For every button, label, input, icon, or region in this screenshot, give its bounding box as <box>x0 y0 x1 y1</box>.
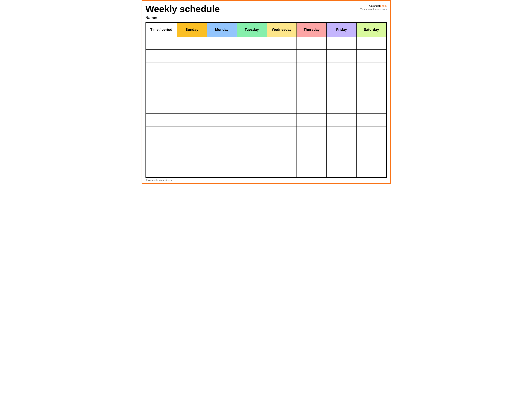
cell-time-row-0[interactable] <box>146 37 177 50</box>
cell-time-row-1[interactable] <box>146 50 177 62</box>
cell-tuesday-row-5[interactable] <box>237 101 267 113</box>
cell-friday-row-7[interactable] <box>327 126 356 139</box>
cell-tuesday-row-8[interactable] <box>237 139 267 152</box>
cell-monday-row-0[interactable] <box>207 37 237 50</box>
cell-wednesday-row-3[interactable] <box>267 75 297 88</box>
table-row[interactable] <box>146 62 387 75</box>
table-row[interactable] <box>146 37 387 50</box>
cell-thursday-row-4[interactable] <box>297 88 327 101</box>
cell-monday-row-5[interactable] <box>207 101 237 113</box>
cell-sunday-row-0[interactable] <box>177 37 207 50</box>
table-row[interactable] <box>146 139 387 152</box>
table-row[interactable] <box>146 113 387 126</box>
cell-saturday-row-5[interactable] <box>356 101 386 113</box>
cell-monday-row-8[interactable] <box>207 139 237 152</box>
cell-time-row-6[interactable] <box>146 113 177 126</box>
cell-friday-row-5[interactable] <box>327 101 356 113</box>
cell-wednesday-row-10[interactable] <box>267 165 297 178</box>
cell-friday-row-2[interactable] <box>327 62 356 75</box>
cell-wednesday-row-6[interactable] <box>267 113 297 126</box>
table-row[interactable] <box>146 165 387 178</box>
table-row[interactable] <box>146 88 387 101</box>
cell-thursday-row-3[interactable] <box>297 75 327 88</box>
name-label: Name: <box>145 16 360 20</box>
cell-tuesday-row-9[interactable] <box>237 152 267 165</box>
cell-wednesday-row-0[interactable] <box>267 37 297 50</box>
table-row[interactable] <box>146 75 387 88</box>
cell-thursday-row-0[interactable] <box>297 37 327 50</box>
cell-saturday-row-4[interactable] <box>356 88 386 101</box>
cell-monday-row-1[interactable] <box>207 50 237 62</box>
cell-sunday-row-3[interactable] <box>177 75 207 88</box>
cell-saturday-row-8[interactable] <box>356 139 386 152</box>
cell-wednesday-row-1[interactable] <box>267 50 297 62</box>
cell-thursday-row-1[interactable] <box>297 50 327 62</box>
cell-time-row-9[interactable] <box>146 152 177 165</box>
cell-sunday-row-1[interactable] <box>177 50 207 62</box>
cell-thursday-row-6[interactable] <box>297 113 327 126</box>
cell-monday-row-9[interactable] <box>207 152 237 165</box>
cell-saturday-row-6[interactable] <box>356 113 386 126</box>
cell-saturday-row-7[interactable] <box>356 126 386 139</box>
cell-saturday-row-9[interactable] <box>356 152 386 165</box>
cell-wednesday-row-5[interactable] <box>267 101 297 113</box>
cell-wednesday-row-9[interactable] <box>267 152 297 165</box>
cell-friday-row-8[interactable] <box>327 139 356 152</box>
table-row[interactable] <box>146 50 387 62</box>
cell-saturday-row-2[interactable] <box>356 62 386 75</box>
table-row[interactable] <box>146 101 387 113</box>
cell-wednesday-row-2[interactable] <box>267 62 297 75</box>
cell-friday-row-4[interactable] <box>327 88 356 101</box>
cell-wednesday-row-4[interactable] <box>267 88 297 101</box>
cell-monday-row-6[interactable] <box>207 113 237 126</box>
cell-friday-row-10[interactable] <box>327 165 356 178</box>
cell-friday-row-0[interactable] <box>327 37 356 50</box>
cell-thursday-row-5[interactable] <box>297 101 327 113</box>
cell-monday-row-7[interactable] <box>207 126 237 139</box>
table-row[interactable] <box>146 126 387 139</box>
cell-sunday-row-8[interactable] <box>177 139 207 152</box>
cell-saturday-row-1[interactable] <box>356 50 386 62</box>
cell-thursday-row-9[interactable] <box>297 152 327 165</box>
cell-wednesday-row-8[interactable] <box>267 139 297 152</box>
cell-tuesday-row-2[interactable] <box>237 62 267 75</box>
cell-saturday-row-3[interactable] <box>356 75 386 88</box>
cell-tuesday-row-7[interactable] <box>237 126 267 139</box>
cell-time-row-5[interactable] <box>146 101 177 113</box>
cell-friday-row-9[interactable] <box>327 152 356 165</box>
cell-tuesday-row-3[interactable] <box>237 75 267 88</box>
cell-monday-row-3[interactable] <box>207 75 237 88</box>
cell-sunday-row-5[interactable] <box>177 101 207 113</box>
cell-monday-row-10[interactable] <box>207 165 237 178</box>
cell-tuesday-row-1[interactable] <box>237 50 267 62</box>
cell-friday-row-1[interactable] <box>327 50 356 62</box>
cell-thursday-row-10[interactable] <box>297 165 327 178</box>
cell-time-row-10[interactable] <box>146 165 177 178</box>
cell-sunday-row-10[interactable] <box>177 165 207 178</box>
cell-time-row-7[interactable] <box>146 126 177 139</box>
cell-time-row-4[interactable] <box>146 88 177 101</box>
cell-friday-row-6[interactable] <box>327 113 356 126</box>
cell-thursday-row-2[interactable] <box>297 62 327 75</box>
cell-wednesday-row-7[interactable] <box>267 126 297 139</box>
cell-sunday-row-2[interactable] <box>177 62 207 75</box>
cell-sunday-row-7[interactable] <box>177 126 207 139</box>
cell-sunday-row-4[interactable] <box>177 88 207 101</box>
cell-thursday-row-7[interactable] <box>297 126 327 139</box>
cell-monday-row-4[interactable] <box>207 88 237 101</box>
cell-sunday-row-6[interactable] <box>177 113 207 126</box>
cell-tuesday-row-4[interactable] <box>237 88 267 101</box>
cell-saturday-row-0[interactable] <box>356 37 386 50</box>
cell-tuesday-row-6[interactable] <box>237 113 267 126</box>
cell-tuesday-row-0[interactable] <box>237 37 267 50</box>
cell-time-row-2[interactable] <box>146 62 177 75</box>
cell-time-row-3[interactable] <box>146 75 177 88</box>
table-row[interactable] <box>146 152 387 165</box>
cell-time-row-8[interactable] <box>146 139 177 152</box>
cell-sunday-row-9[interactable] <box>177 152 207 165</box>
cell-tuesday-row-10[interactable] <box>237 165 267 178</box>
cell-monday-row-2[interactable] <box>207 62 237 75</box>
cell-friday-row-3[interactable] <box>327 75 356 88</box>
cell-thursday-row-8[interactable] <box>297 139 327 152</box>
cell-saturday-row-10[interactable] <box>356 165 386 178</box>
